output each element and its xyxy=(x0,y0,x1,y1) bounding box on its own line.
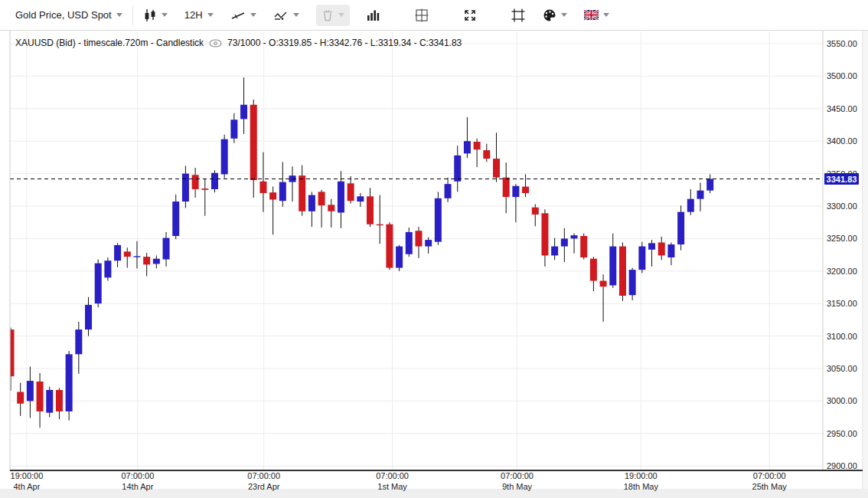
grid-settings-button[interactable] xyxy=(414,8,429,23)
candle-down[interactable] xyxy=(580,236,587,257)
candle-up[interactable] xyxy=(697,191,703,199)
candle-down[interactable] xyxy=(590,259,597,281)
candle-up[interactable] xyxy=(221,139,228,175)
chart-header: XAUUSD (Bid) - timescale.720m - Candlest… xyxy=(15,38,462,48)
candle-up[interactable] xyxy=(85,305,92,329)
candle-down[interactable] xyxy=(493,159,500,178)
candle-down[interactable] xyxy=(17,392,24,404)
price-chart-canvas[interactable]: 19:00:004th Apr07:00:0014th Apr07:00:002… xyxy=(0,31,868,498)
snapshot-frame-button[interactable] xyxy=(511,8,526,23)
symbol-selector[interactable]: Gold Price, USD Spot xyxy=(15,9,122,21)
candle-down[interactable] xyxy=(348,183,354,201)
candle-down[interactable] xyxy=(201,188,208,190)
timeframe-selector[interactable]: 12H xyxy=(184,9,214,21)
candle-up[interactable] xyxy=(648,243,655,249)
time-axis-label: 07:00:00 xyxy=(753,471,786,480)
candle-up[interactable] xyxy=(629,270,636,295)
candle-up[interactable] xyxy=(561,238,568,246)
candle-down[interactable] xyxy=(532,208,539,215)
candles-layer[interactable] xyxy=(8,77,714,428)
candle-down[interactable] xyxy=(474,142,481,149)
candle-up[interactable] xyxy=(609,247,616,286)
candle-down[interactable] xyxy=(483,150,490,159)
candle-up[interactable] xyxy=(46,390,53,413)
candle-up[interactable] xyxy=(571,235,578,238)
price-axis-label: 3150.00 xyxy=(827,299,857,308)
volume-bars-button[interactable] xyxy=(367,8,380,22)
palette-icon xyxy=(543,8,556,22)
candle-up[interactable] xyxy=(425,240,432,246)
instrument-label: XAUUSD (Bid) - timescale.720m - Candlest… xyxy=(15,38,204,48)
candle-up[interactable] xyxy=(551,247,558,256)
candle-up[interactable] xyxy=(95,264,102,304)
candle-down[interactable] xyxy=(37,382,44,411)
fullscreen-button[interactable] xyxy=(463,8,477,22)
candle-up[interactable] xyxy=(211,173,218,189)
candle-up[interactable] xyxy=(435,198,442,242)
candle-up[interactable] xyxy=(464,141,471,153)
candle-up[interactable] xyxy=(677,212,684,244)
candle-down[interactable] xyxy=(299,175,305,211)
candle-up[interactable] xyxy=(687,199,694,212)
candle-up[interactable] xyxy=(454,156,461,182)
candle-down[interactable] xyxy=(600,281,607,287)
delete-drawings-button-disabled xyxy=(316,5,350,26)
candle-up[interactable] xyxy=(172,201,179,236)
candle-down[interactable] xyxy=(377,224,383,225)
candle-up[interactable] xyxy=(230,120,237,139)
candle-down[interactable] xyxy=(367,196,374,224)
candle-down[interactable] xyxy=(328,205,334,211)
chart-type-button[interactable] xyxy=(143,8,168,22)
trendline-icon xyxy=(230,8,246,22)
candle-down[interactable] xyxy=(192,175,199,189)
trendline-tool-button[interactable] xyxy=(230,8,256,22)
candle-up[interactable] xyxy=(406,232,413,254)
candle-down[interactable] xyxy=(503,178,510,197)
candle-down[interactable] xyxy=(522,187,529,193)
candle-down[interactable] xyxy=(8,329,15,376)
candle-down[interactable] xyxy=(56,390,63,411)
candle-up[interactable] xyxy=(163,238,170,260)
candle-up[interactable] xyxy=(308,195,315,211)
candle-up[interactable] xyxy=(512,186,519,197)
candle-up[interactable] xyxy=(133,256,140,257)
candle-up[interactable] xyxy=(357,196,364,201)
candle-up[interactable] xyxy=(66,354,73,411)
candle-up[interactable] xyxy=(667,244,674,257)
candle-down[interactable] xyxy=(541,213,548,255)
candle-up[interactable] xyxy=(706,179,713,191)
indicators-button[interactable] xyxy=(273,8,299,22)
price-axis-label: 3200.00 xyxy=(827,267,857,276)
candle-up[interactable] xyxy=(182,174,189,201)
candle-up[interactable] xyxy=(240,105,247,120)
language-selector[interactable] xyxy=(584,10,609,20)
candle-down[interactable] xyxy=(318,192,325,205)
candle-down[interactable] xyxy=(250,105,257,180)
price-axis-label: 3450.00 xyxy=(827,104,857,113)
visibility-eye-icon[interactable] xyxy=(209,39,222,48)
candle-up[interactable] xyxy=(27,381,34,401)
candle-down[interactable] xyxy=(124,251,131,257)
candle-down[interactable] xyxy=(143,257,150,264)
candle-up[interactable] xyxy=(104,260,111,277)
candle-down[interactable] xyxy=(386,224,393,268)
candle-up[interactable] xyxy=(396,247,403,268)
candle-up[interactable] xyxy=(114,245,121,260)
candle-up[interactable] xyxy=(638,247,645,270)
candle-down[interactable] xyxy=(619,247,626,296)
candle-up[interactable] xyxy=(279,182,286,201)
candle-down[interactable] xyxy=(259,182,266,193)
candle-down[interactable] xyxy=(269,192,276,199)
palette-button[interactable] xyxy=(543,8,567,22)
date-axis-label: 1st May xyxy=(377,482,407,491)
bar-chart-icon xyxy=(367,8,380,22)
trash-icon xyxy=(321,8,334,22)
candle-up[interactable] xyxy=(153,259,160,264)
candle-up[interactable] xyxy=(338,182,344,213)
candle-down[interactable] xyxy=(415,231,422,246)
candle-up[interactable] xyxy=(75,329,82,354)
date-axis-label: 4th Apr xyxy=(14,482,41,491)
candle-down[interactable] xyxy=(658,242,665,255)
candle-up[interactable] xyxy=(445,184,452,198)
frame-icon xyxy=(511,8,526,23)
